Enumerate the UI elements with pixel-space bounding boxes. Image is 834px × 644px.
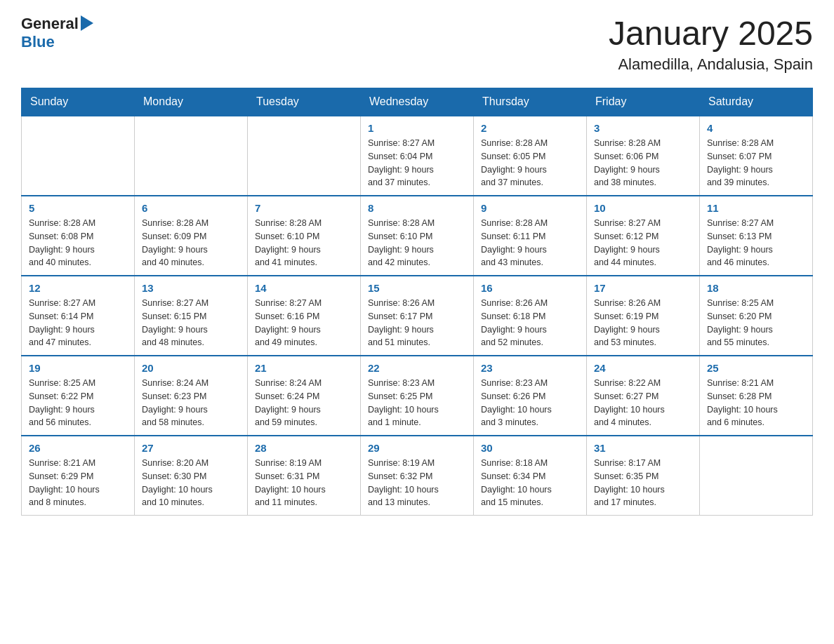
day-info: Sunrise: 8:21 AMSunset: 6:29 PMDaylight:…	[29, 457, 127, 509]
calendar-cell: 25Sunrise: 8:21 AMSunset: 6:28 PMDayligh…	[700, 356, 813, 436]
day-number: 22	[368, 362, 466, 374]
calendar-cell	[248, 116, 361, 196]
calendar-cell: 15Sunrise: 8:26 AMSunset: 6:17 PMDayligh…	[361, 276, 474, 356]
page-header: General Blue January 2025 Alamedilla, An…	[21, 14, 813, 74]
day-number: 3	[594, 122, 692, 134]
day-info: Sunrise: 8:18 AMSunset: 6:34 PMDaylight:…	[481, 457, 579, 509]
calendar-cell	[700, 436, 813, 516]
day-number: 6	[142, 202, 240, 214]
day-number: 29	[368, 442, 466, 454]
svg-marker-0	[81, 15, 93, 31]
calendar-cell: 11Sunrise: 8:27 AMSunset: 6:13 PMDayligh…	[700, 196, 813, 276]
weekday-header-friday: Friday	[587, 88, 700, 116]
logo: General Blue	[21, 14, 93, 51]
calendar-cell: 17Sunrise: 8:26 AMSunset: 6:19 PMDayligh…	[587, 276, 700, 356]
week-row-2: 5Sunrise: 8:28 AMSunset: 6:08 PMDaylight…	[22, 196, 813, 276]
calendar-cell: 2Sunrise: 8:28 AMSunset: 6:05 PMDaylight…	[474, 116, 587, 196]
day-info: Sunrise: 8:26 AMSunset: 6:19 PMDaylight:…	[594, 297, 692, 349]
calendar-cell: 16Sunrise: 8:26 AMSunset: 6:18 PMDayligh…	[474, 276, 587, 356]
day-number: 20	[142, 362, 240, 374]
location-title: Alamedilla, Andalusia, Spain	[609, 55, 813, 74]
calendar-table: SundayMondayTuesdayWednesdayThursdayFrid…	[21, 88, 813, 516]
day-info: Sunrise: 8:27 AMSunset: 6:04 PMDaylight:…	[368, 137, 466, 189]
calendar-cell: 18Sunrise: 8:25 AMSunset: 6:20 PMDayligh…	[700, 276, 813, 356]
day-info: Sunrise: 8:28 AMSunset: 6:05 PMDaylight:…	[481, 137, 579, 189]
day-number: 25	[707, 362, 805, 374]
day-number: 11	[707, 202, 805, 214]
day-number: 1	[368, 122, 466, 134]
weekday-header-saturday: Saturday	[700, 88, 813, 116]
day-number: 17	[594, 282, 692, 294]
day-info: Sunrise: 8:28 AMSunset: 6:08 PMDaylight:…	[29, 217, 127, 269]
week-row-1: 1Sunrise: 8:27 AMSunset: 6:04 PMDaylight…	[22, 116, 813, 196]
calendar-cell: 9Sunrise: 8:28 AMSunset: 6:11 PMDaylight…	[474, 196, 587, 276]
day-number: 14	[255, 282, 353, 294]
title-block: January 2025 Alamedilla, Andalusia, Spai…	[609, 14, 813, 74]
day-number: 7	[255, 202, 353, 214]
day-info: Sunrise: 8:22 AMSunset: 6:27 PMDaylight:…	[594, 377, 692, 429]
calendar-cell: 7Sunrise: 8:28 AMSunset: 6:10 PMDaylight…	[248, 196, 361, 276]
week-row-3: 12Sunrise: 8:27 AMSunset: 6:14 PMDayligh…	[22, 276, 813, 356]
calendar-cell: 6Sunrise: 8:28 AMSunset: 6:09 PMDaylight…	[135, 196, 248, 276]
day-info: Sunrise: 8:20 AMSunset: 6:30 PMDaylight:…	[142, 457, 240, 509]
calendar-cell: 24Sunrise: 8:22 AMSunset: 6:27 PMDayligh…	[587, 356, 700, 436]
day-info: Sunrise: 8:17 AMSunset: 6:35 PMDaylight:…	[594, 457, 692, 509]
calendar-cell: 12Sunrise: 8:27 AMSunset: 6:14 PMDayligh…	[22, 276, 135, 356]
calendar-cell: 19Sunrise: 8:25 AMSunset: 6:22 PMDayligh…	[22, 356, 135, 436]
day-info: Sunrise: 8:19 AMSunset: 6:32 PMDaylight:…	[368, 457, 466, 509]
day-info: Sunrise: 8:21 AMSunset: 6:28 PMDaylight:…	[707, 377, 805, 429]
calendar-cell: 8Sunrise: 8:28 AMSunset: 6:10 PMDaylight…	[361, 196, 474, 276]
week-row-5: 26Sunrise: 8:21 AMSunset: 6:29 PMDayligh…	[22, 436, 813, 516]
day-number: 28	[255, 442, 353, 454]
day-number: 16	[481, 282, 579, 294]
day-info: Sunrise: 8:27 AMSunset: 6:14 PMDaylight:…	[29, 297, 127, 349]
day-info: Sunrise: 8:28 AMSunset: 6:06 PMDaylight:…	[594, 137, 692, 189]
day-info: Sunrise: 8:28 AMSunset: 6:09 PMDaylight:…	[142, 217, 240, 269]
calendar-cell: 5Sunrise: 8:28 AMSunset: 6:08 PMDaylight…	[22, 196, 135, 276]
day-number: 13	[142, 282, 240, 294]
day-info: Sunrise: 8:27 AMSunset: 6:13 PMDaylight:…	[707, 217, 805, 269]
logo-arrow-icon	[81, 15, 93, 31]
day-number: 8	[368, 202, 466, 214]
day-number: 19	[29, 362, 127, 374]
day-info: Sunrise: 8:24 AMSunset: 6:23 PMDaylight:…	[142, 377, 240, 429]
day-info: Sunrise: 8:27 AMSunset: 6:12 PMDaylight:…	[594, 217, 692, 269]
calendar-cell	[22, 116, 135, 196]
calendar-cell: 20Sunrise: 8:24 AMSunset: 6:23 PMDayligh…	[135, 356, 248, 436]
calendar-cell: 21Sunrise: 8:24 AMSunset: 6:24 PMDayligh…	[248, 356, 361, 436]
day-info: Sunrise: 8:28 AMSunset: 6:11 PMDaylight:…	[481, 217, 579, 269]
day-number: 18	[707, 282, 805, 294]
day-number: 12	[29, 282, 127, 294]
weekday-header-sunday: Sunday	[22, 88, 135, 116]
calendar-header-row: SundayMondayTuesdayWednesdayThursdayFrid…	[22, 88, 813, 116]
calendar-cell: 10Sunrise: 8:27 AMSunset: 6:12 PMDayligh…	[587, 196, 700, 276]
calendar-cell: 29Sunrise: 8:19 AMSunset: 6:32 PMDayligh…	[361, 436, 474, 516]
weekday-header-wednesday: Wednesday	[361, 88, 474, 116]
day-info: Sunrise: 8:28 AMSunset: 6:07 PMDaylight:…	[707, 137, 805, 189]
day-number: 5	[29, 202, 127, 214]
calendar-cell: 31Sunrise: 8:17 AMSunset: 6:35 PMDayligh…	[587, 436, 700, 516]
day-info: Sunrise: 8:24 AMSunset: 6:24 PMDaylight:…	[255, 377, 353, 429]
day-info: Sunrise: 8:23 AMSunset: 6:25 PMDaylight:…	[368, 377, 466, 429]
day-number: 9	[481, 202, 579, 214]
calendar-cell: 23Sunrise: 8:23 AMSunset: 6:26 PMDayligh…	[474, 356, 587, 436]
day-number: 31	[594, 442, 692, 454]
day-info: Sunrise: 8:25 AMSunset: 6:22 PMDaylight:…	[29, 377, 127, 429]
day-info: Sunrise: 8:25 AMSunset: 6:20 PMDaylight:…	[707, 297, 805, 349]
weekday-header-tuesday: Tuesday	[248, 88, 361, 116]
day-number: 30	[481, 442, 579, 454]
day-info: Sunrise: 8:26 AMSunset: 6:17 PMDaylight:…	[368, 297, 466, 349]
calendar-cell: 28Sunrise: 8:19 AMSunset: 6:31 PMDayligh…	[248, 436, 361, 516]
day-info: Sunrise: 8:27 AMSunset: 6:16 PMDaylight:…	[255, 297, 353, 349]
calendar-cell: 1Sunrise: 8:27 AMSunset: 6:04 PMDaylight…	[361, 116, 474, 196]
day-info: Sunrise: 8:23 AMSunset: 6:26 PMDaylight:…	[481, 377, 579, 429]
day-number: 4	[707, 122, 805, 134]
calendar-cell: 4Sunrise: 8:28 AMSunset: 6:07 PMDaylight…	[700, 116, 813, 196]
logo-blue: Blue	[21, 34, 93, 51]
day-number: 23	[481, 362, 579, 374]
day-number: 26	[29, 442, 127, 454]
weekday-header-monday: Monday	[135, 88, 248, 116]
day-info: Sunrise: 8:26 AMSunset: 6:18 PMDaylight:…	[481, 297, 579, 349]
weekday-header-thursday: Thursday	[474, 88, 587, 116]
calendar-cell: 3Sunrise: 8:28 AMSunset: 6:06 PMDaylight…	[587, 116, 700, 196]
